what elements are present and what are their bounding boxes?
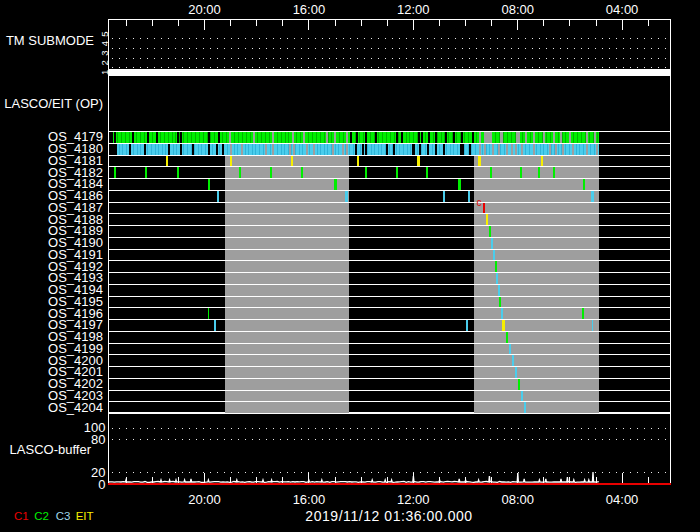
svg-text:LASCO/EIT (OP): LASCO/EIT (OP) bbox=[4, 96, 103, 111]
svg-text:3: 3 bbox=[99, 51, 110, 56]
svg-text:C1: C1 bbox=[14, 510, 29, 522]
svg-text:4: 4 bbox=[99, 41, 110, 46]
svg-text:80: 80 bbox=[91, 432, 105, 447]
svg-text:12:00: 12:00 bbox=[397, 2, 430, 17]
svg-text:20:00: 20:00 bbox=[188, 492, 221, 507]
svg-text:LASCO-buffer: LASCO-buffer bbox=[10, 442, 92, 457]
svg-text:08:00: 08:00 bbox=[501, 2, 534, 17]
svg-text:c: c bbox=[477, 197, 482, 208]
svg-text:C3: C3 bbox=[56, 510, 71, 522]
svg-text:OS_4204: OS_4204 bbox=[48, 400, 103, 415]
svg-text:16:00: 16:00 bbox=[293, 492, 326, 507]
svg-text:20:00: 20:00 bbox=[188, 2, 221, 17]
svg-text:2: 2 bbox=[99, 60, 110, 65]
svg-text:16:00: 16:00 bbox=[293, 2, 326, 17]
svg-text:12:00: 12:00 bbox=[397, 492, 430, 507]
svg-text:C2: C2 bbox=[34, 510, 49, 522]
svg-text:0: 0 bbox=[98, 477, 105, 492]
svg-text:2019/11/12 01:36:00.000: 2019/11/12 01:36:00.000 bbox=[305, 508, 472, 524]
svg-text:08:00: 08:00 bbox=[501, 492, 534, 507]
svg-text:04:00: 04:00 bbox=[606, 2, 639, 17]
svg-text:5: 5 bbox=[99, 31, 110, 36]
svg-text:TM SUBMODE: TM SUBMODE bbox=[6, 33, 94, 48]
svg-text:EIT: EIT bbox=[76, 510, 94, 522]
svg-text:04:00: 04:00 bbox=[606, 492, 639, 507]
